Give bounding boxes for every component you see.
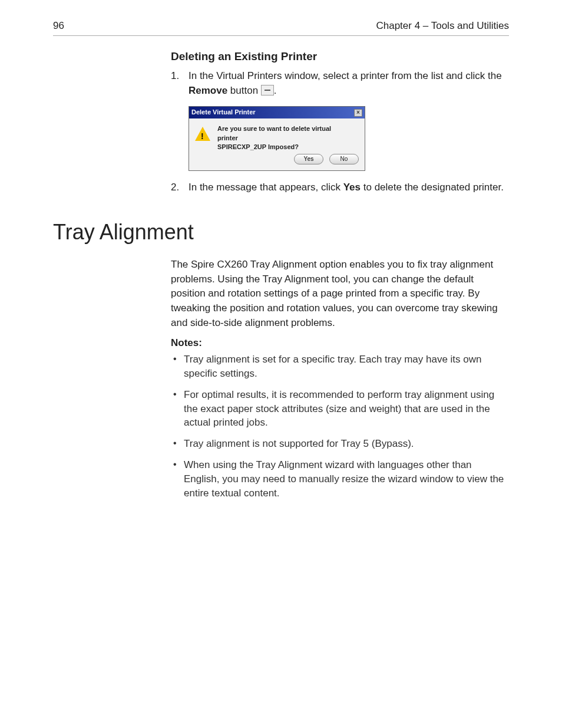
chapter-title: Chapter 4 – Tools and Utilities xyxy=(376,20,509,32)
close-icon[interactable]: × xyxy=(354,109,362,117)
dialog-title-text: Delete Virtual Printer xyxy=(191,108,256,117)
delete-dialog: Delete Virtual Printer × Are you sure to… xyxy=(189,106,365,171)
notes-heading: Notes: xyxy=(171,337,509,349)
document-page: 96 Chapter 4 – Tools and Utilities Delet… xyxy=(0,0,562,531)
dialog-message: Are you sure to want to delete virtual p… xyxy=(217,124,335,151)
yes-button[interactable]: Yes xyxy=(294,154,323,164)
note-item: When using the Tray Alignment wizard wit… xyxy=(171,458,509,500)
section-heading: Tray Alignment xyxy=(53,220,509,245)
step-1: In the Virtual Printers window, select a… xyxy=(171,69,509,171)
step-2: In the message that appears, click Yes t… xyxy=(171,180,509,195)
dialog-titlebar: Delete Virtual Printer × xyxy=(189,107,365,118)
section-content: The Spire CX260 Tray Alignment option en… xyxy=(171,258,509,500)
notes-list: Tray alignment is set for a specific tra… xyxy=(171,353,509,500)
no-button[interactable]: No xyxy=(329,154,359,164)
dialog-actions: Yes No xyxy=(189,154,365,170)
yes-label: Yes xyxy=(343,182,361,193)
page-number: 96 xyxy=(53,20,64,32)
main-content: Deleting an Existing Printer In the Virt… xyxy=(171,50,509,195)
procedure-list: In the Virtual Printers window, select a… xyxy=(171,69,509,195)
dialog-screenshot: Delete Virtual Printer × Are you sure to… xyxy=(189,106,509,171)
subsection-heading: Deleting an Existing Printer xyxy=(171,50,509,63)
note-item: For optimal results, it is recommended t… xyxy=(171,388,509,430)
intro-paragraph: The Spire CX260 Tray Alignment option en… xyxy=(171,258,509,330)
remove-label: Remove xyxy=(189,85,227,96)
note-item: Tray alignment is not supported for Tray… xyxy=(171,437,509,451)
dialog-body: Are you sure to want to delete virtual p… xyxy=(189,118,365,154)
remove-icon xyxy=(261,85,274,95)
warning-icon xyxy=(195,127,210,141)
note-item: Tray alignment is set for a specific tra… xyxy=(171,353,509,381)
running-header: 96 Chapter 4 – Tools and Utilities xyxy=(53,20,509,36)
